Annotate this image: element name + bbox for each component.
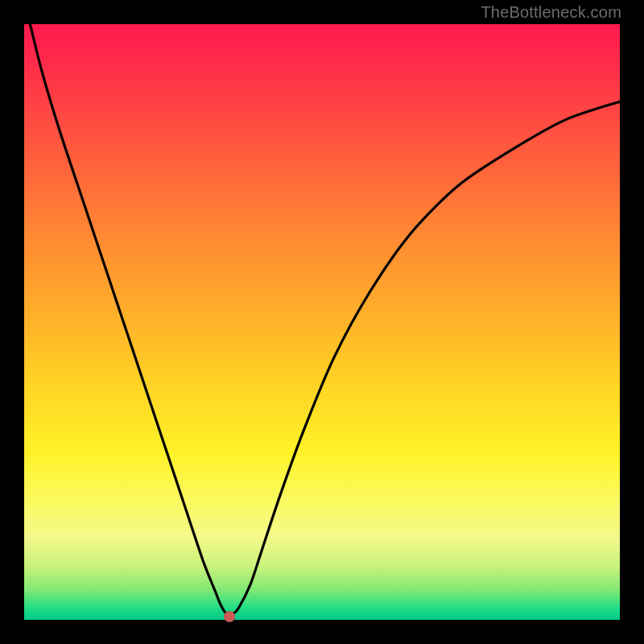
bottleneck-curve [24, 24, 620, 620]
optimal-point-marker [224, 611, 235, 622]
watermark-text: TheBottleneck.com [481, 3, 621, 22]
chart-frame: TheBottleneck.com [0, 0, 644, 644]
plot-area [24, 24, 620, 620]
